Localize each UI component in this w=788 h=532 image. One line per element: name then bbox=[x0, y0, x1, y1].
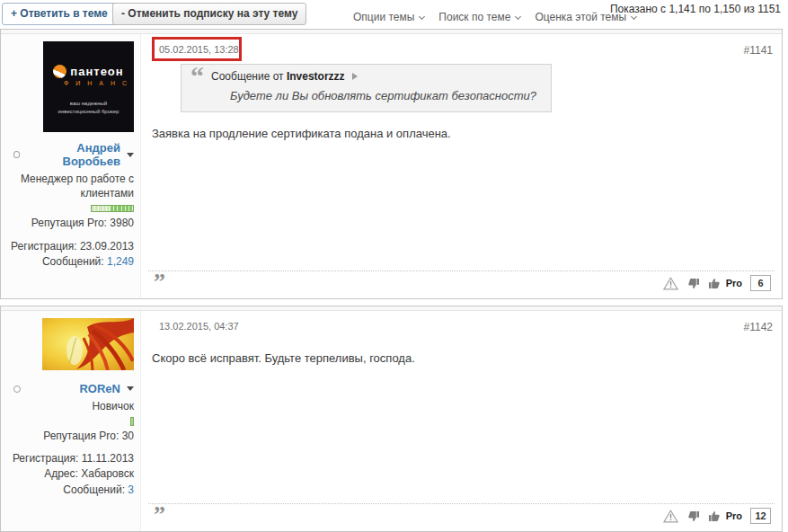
reply-with-quote-icon[interactable]: ” bbox=[154, 278, 165, 288]
forum-thread-page: + Ответить в теме - Отменить подписку на… bbox=[0, 0, 788, 532]
quote-author-link[interactable]: Investorzzz bbox=[287, 70, 345, 83]
quoted-text: Будете ли Вы обновлять сертификат безопа… bbox=[230, 89, 536, 102]
reputation-value: 3980 bbox=[110, 217, 134, 229]
messages-count-link[interactable]: 3 bbox=[128, 483, 134, 496]
post-date: 13.02.2015, 04:37 bbox=[159, 321, 239, 332]
user-menu-arrow-icon[interactable] bbox=[127, 386, 134, 391]
username-link[interactable]: ROReN bbox=[79, 382, 120, 395]
panteon-logo-icon bbox=[53, 65, 66, 78]
user-title: Новичок bbox=[6, 400, 134, 414]
phoenix-artwork bbox=[42, 318, 134, 370]
menu-thread-options-label: Опции темы bbox=[353, 11, 414, 23]
user-panel-2: ROReN Новичок Репутация Pro: 30 Регистра… bbox=[1, 311, 141, 531]
reputation-value: 30 bbox=[122, 430, 134, 442]
post-number-link[interactable]: #1142 bbox=[744, 321, 773, 333]
post-number-link[interactable]: #1141 bbox=[744, 44, 773, 57]
pro-vote-label[interactable]: Pro bbox=[726, 278, 742, 288]
messages-label: Сообщений: bbox=[63, 483, 125, 496]
address-label: Адрес: bbox=[44, 467, 78, 480]
reputation-bar bbox=[130, 417, 134, 426]
avatar-tagline-2: инвестиционный брокер bbox=[58, 109, 120, 114]
address-value: Хабаровск bbox=[81, 467, 134, 480]
post-footer: ” bbox=[148, 270, 775, 298]
reply-to-thread-button[interactable]: + Ответить в теме bbox=[2, 3, 117, 25]
report-post-icon[interactable] bbox=[663, 510, 678, 523]
chevron-down-icon bbox=[515, 13, 521, 20]
quote-open-icon: “ bbox=[190, 70, 204, 83]
avatar-brand-sub: Ф И Н А Н С bbox=[64, 80, 129, 86]
chevron-down-icon bbox=[419, 13, 425, 20]
thread-toolbar: + Ответить в теме - Отменить подписку на… bbox=[0, 0, 788, 29]
reply-with-quote-icon[interactable]: ” bbox=[154, 510, 165, 521]
registration-value: 11.11.2013 bbox=[82, 452, 134, 465]
online-status-icon bbox=[13, 386, 21, 393]
thumbs-up-icon[interactable] bbox=[708, 510, 722, 523]
quote-header-text: Сообщение от Investorzzz bbox=[211, 70, 345, 83]
quote-block: “ Сообщение от Investorzzz Будете ли Вы … bbox=[181, 64, 552, 112]
avatar-tagline-1: ваш надежный bbox=[70, 101, 107, 106]
post-date: 05.02.2015, 13:28 bbox=[159, 44, 239, 55]
reputation-row: Репутация Pro: 3980 bbox=[6, 216, 134, 231]
pro-vote-label[interactable]: Pro bbox=[726, 510, 742, 521]
registration-label: Регистрация: bbox=[13, 452, 78, 465]
registration-row: Регистрация: 11.11.2013 bbox=[6, 451, 134, 466]
messages-label: Сообщений: bbox=[42, 255, 104, 268]
quote-header-prefix: Сообщение от bbox=[211, 70, 284, 83]
menu-thread-options[interactable]: Опции темы bbox=[353, 11, 424, 23]
avatar-brand-name: пантеон bbox=[70, 65, 123, 78]
panteon-finans-logo: пантеон Ф И Н А Н С ваш надежный инвести… bbox=[43, 41, 134, 132]
reputation-bar bbox=[91, 205, 134, 212]
post-content-2: 13.02.2015, 04:37 #1142 Скоро всё исправ… bbox=[141, 311, 782, 531]
messages-row: Сообщений: 1,249 bbox=[6, 254, 134, 270]
report-post-icon[interactable] bbox=[663, 277, 678, 290]
address-row: Адрес: Хабаровск bbox=[6, 466, 134, 482]
thumbs-up-icon[interactable] bbox=[708, 277, 722, 290]
likes-count-box[interactable]: 12 bbox=[750, 508, 771, 524]
online-status-icon bbox=[13, 151, 20, 158]
likes-count-box[interactable]: 6 bbox=[750, 275, 771, 291]
unsubscribe-thread-button[interactable]: - Отменить подписку на эту тему bbox=[112, 3, 306, 25]
goto-quoted-post-icon[interactable] bbox=[352, 73, 358, 80]
reputation-label: Репутация Pro: bbox=[43, 430, 119, 442]
thumbs-down-icon[interactable] bbox=[686, 510, 700, 523]
reputation-row: Репутация Pro: 30 bbox=[6, 429, 134, 444]
post-separator bbox=[0, 299, 788, 306]
menu-thread-search-label: Поиск по теме bbox=[438, 11, 510, 23]
thread-menus: Опции темы Поиск по теме Оценка этой тем… bbox=[353, 11, 636, 23]
user-menu-arrow-icon[interactable] bbox=[127, 153, 134, 157]
username-link[interactable]: Андрей Воробьев bbox=[26, 141, 120, 168]
messages-count-link[interactable]: 1,249 bbox=[107, 255, 134, 268]
post-content-1: 05.02.2015, 13:28 #1141 “ Сообщение от I… bbox=[141, 34, 782, 298]
registration-row: Регистрация: 23.09.2013 bbox=[6, 239, 134, 254]
menu-thread-search[interactable]: Поиск по теме bbox=[438, 11, 520, 23]
avatar-tagline: ваш надежный инвестиционный брокер bbox=[58, 100, 120, 116]
avatar-panteon-finans[interactable]: пантеон Ф И Н А Н С ваш надежный инвести… bbox=[43, 41, 134, 132]
registration-value: 23.09.2013 bbox=[80, 240, 134, 253]
post-message: Заявка на продление сертификата подана и… bbox=[152, 126, 775, 142]
user-panel-1: пантеон Ф И Н А Н С ваш надежный инвести… bbox=[1, 34, 141, 298]
thumbs-down-icon[interactable] bbox=[686, 277, 700, 290]
post-message: Скоро всё исправят. Будьте терпеливы, го… bbox=[152, 350, 775, 367]
user-title: Менеджер по работе с клиентами bbox=[6, 173, 134, 200]
post-1142: ROReN Новичок Репутация Pro: 30 Регистра… bbox=[0, 306, 783, 532]
post-footer: ” bbox=[148, 503, 775, 531]
paging-info: Показано с 1,141 по 1,150 из 1151 bbox=[610, 3, 781, 15]
messages-row: Сообщений: 3 bbox=[6, 483, 134, 498]
avatar-phoenix[interactable] bbox=[42, 318, 134, 370]
registration-label: Регистрация: bbox=[11, 240, 76, 253]
post-1141: пантеон Ф И Н А Н С ваш надежный инвести… bbox=[0, 29, 783, 299]
reputation-label: Репутация Pro: bbox=[31, 217, 107, 229]
